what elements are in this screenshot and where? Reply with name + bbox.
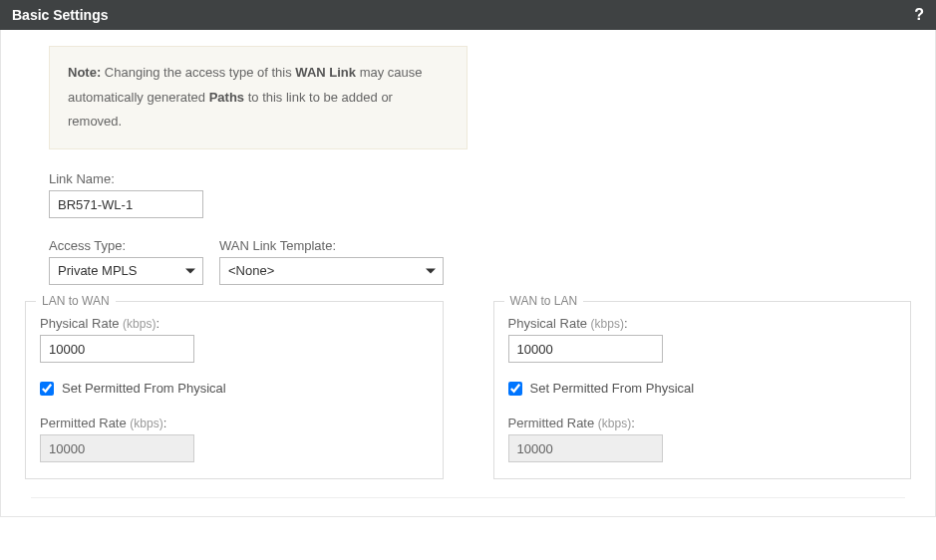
ltw-set-permitted-label: Set Permitted From Physical bbox=[62, 381, 226, 396]
link-name-input[interactable] bbox=[49, 190, 203, 218]
wtl-permitted-rate-input bbox=[508, 434, 663, 462]
ltw-permitted-rate-label: Permitted Rate (kbps): bbox=[40, 416, 429, 430]
wtl-physical-rate-input[interactable] bbox=[508, 335, 663, 363]
wan-to-lan-fieldset: WAN to LAN Physical Rate (kbps): Set Per… bbox=[493, 301, 912, 479]
wtl-permitted-rate-label: Permitted Rate (kbps): bbox=[508, 416, 897, 430]
wan-to-lan-legend: WAN to LAN bbox=[504, 294, 584, 308]
ltw-permitted-rate-input bbox=[40, 434, 194, 462]
lan-to-wan-legend: LAN to WAN bbox=[36, 294, 116, 308]
wtl-physical-rate-label: Physical Rate (kbps): bbox=[508, 316, 897, 331]
divider bbox=[31, 497, 905, 498]
panel-content: Note: Changing the access type of this W… bbox=[0, 30, 936, 517]
wtl-set-permitted-label: Set Permitted From Physical bbox=[530, 381, 695, 396]
wan-template-select[interactable]: <None> bbox=[219, 257, 444, 285]
access-type-select[interactable]: Private MPLS bbox=[49, 257, 203, 285]
wan-template-label: WAN Link Template: bbox=[219, 238, 444, 253]
note-paths: Paths bbox=[209, 90, 244, 105]
note-text-1: Changing the access type of this bbox=[101, 65, 295, 80]
access-type-value: Private MPLS bbox=[58, 263, 137, 278]
wtl-set-permitted-checkbox[interactable] bbox=[508, 382, 522, 396]
lan-to-wan-fieldset: LAN to WAN Physical Rate (kbps): Set Per… bbox=[25, 301, 444, 479]
ltw-physical-rate-label: Physical Rate (kbps): bbox=[40, 316, 429, 331]
panel-header: Basic Settings ? bbox=[0, 0, 936, 30]
wan-template-value: <None> bbox=[228, 263, 274, 278]
ltw-physical-rate-input[interactable] bbox=[40, 335, 194, 363]
access-type-label: Access Type: bbox=[49, 238, 203, 253]
note-wan-link: WAN Link bbox=[295, 65, 356, 80]
panel-title: Basic Settings bbox=[12, 7, 108, 23]
note-lead: Note: bbox=[68, 65, 101, 80]
note-box: Note: Changing the access type of this W… bbox=[49, 46, 468, 149]
ltw-set-permitted-checkbox[interactable] bbox=[40, 382, 54, 396]
help-icon[interactable]: ? bbox=[914, 6, 924, 24]
link-name-label: Link Name: bbox=[49, 171, 911, 186]
